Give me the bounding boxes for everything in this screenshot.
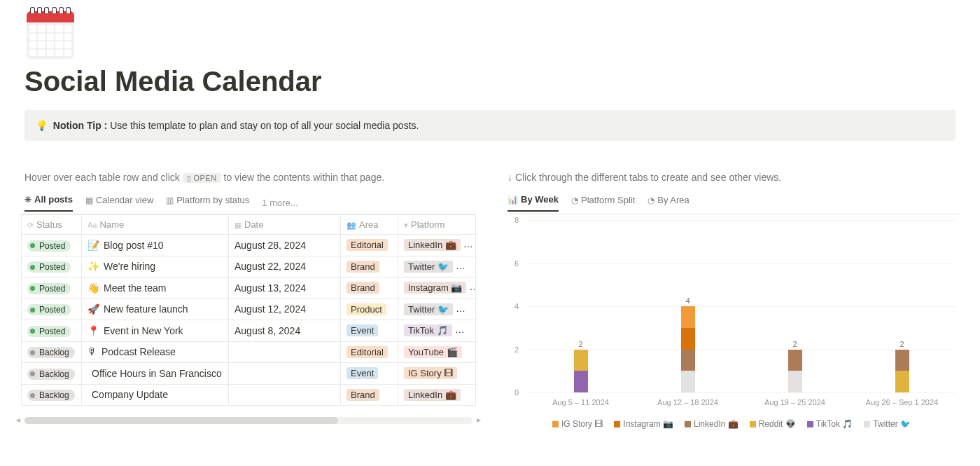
col-date[interactable]: ▦Date [229,215,341,235]
status-badge: Backlog [27,369,75,380]
callout-tip: 💡 Notion Tip : Use this template to plan… [24,110,955,141]
table-row[interactable]: Posted🚀New feature launchAugust 12, 2024… [22,299,476,320]
chart-legend: IG Story 🎞Instagram 📷LinkedIn 💼Reddit 👽T… [504,419,959,429]
chart-by-week: 02468 2422 Aug 5 – 11 2024Aug 12 – 18 20… [507,220,955,416]
callout-text: Use this template to plan and stay on to… [110,120,419,131]
tabs-more[interactable]: 1 more... [262,198,298,208]
bar-column: 4 [634,220,741,392]
horizontal-scrollbar[interactable]: ◂ ▸ [24,417,472,424]
col-area[interactable]: 👥Area [341,215,398,235]
helper-text-left: Hover over each table row and click OPEN… [24,172,476,183]
legend-item: Twitter 🐦 [864,419,911,429]
legend-item: IG Story 🎞 [552,419,603,429]
table-row[interactable]: Posted✨We're hiringAugust 22, 2024BrandT… [22,256,476,277]
status-badge: Posted [27,326,71,337]
status-badge: Backlog [27,347,75,358]
callout-prefix: Notion Tip : [53,120,108,131]
tab-platform-split[interactable]: ◔Platform Split [571,195,635,211]
tab-by-area[interactable]: ◔By Area [648,195,690,211]
status-badge: Posted [27,283,71,294]
legend-item: LinkedIn 💼 [685,419,738,429]
status-badge: Posted [27,304,71,315]
x-axis-label: Aug 26 – Sep 1 2024 [848,398,955,406]
status-badge: Posted [27,240,71,252]
table-row[interactable]: BacklogCompany UpdateBrandLinkedIn 💼 [22,384,476,406]
table-row[interactable]: Backlog🎙Podcast ReleaseEditorialYouTube … [22,341,476,363]
page-title: Social Media Calendar [24,66,959,97]
status-badge: Posted [27,261,71,273]
x-axis-label: Aug 12 – 18 2024 [634,398,741,406]
db-tabs-right: 📊By Week◔Platform Split◔By Area [504,191,959,214]
tab-by-week[interactable]: 📊By Week [507,194,559,212]
posts-table: ⟳Status AaName ▦Date 👥Area ▾Platform Pos… [21,214,476,406]
col-status[interactable]: ⟳Status [22,215,82,235]
x-axis-label: Aug 19 – 25 2024 [741,398,848,406]
table-row[interactable]: BacklogOffice Hours in San FranciscoEven… [22,363,476,385]
table-row[interactable]: Posted📝Blog post #10August 28, 2024Edito… [22,235,476,256]
scroll-left-icon[interactable]: ◂ [16,415,20,425]
lightbulb-icon: 💡 [36,120,48,131]
tab-calendar-view[interactable]: ▦Calendar view [85,195,153,211]
db-tabs-left: ✳All posts▦Calendar view▥Platform by sta… [21,191,476,214]
col-name[interactable]: AaName [82,215,229,235]
table-row[interactable]: Posted👋Meet the teamAugust 13, 2024Brand… [22,277,476,299]
bar-column: 2 [527,220,634,392]
legend-item: Instagram 📷 [614,419,673,429]
table-row[interactable]: Posted📍Event in New YorkAugust 8, 2024Ev… [22,320,476,342]
col-platform[interactable]: ▾Platform [398,215,476,235]
tab-all-posts[interactable]: ✳All posts [24,194,73,212]
status-badge: Backlog [27,390,75,401]
scroll-right-icon[interactable]: ▸ [477,415,481,425]
bar-column: 2 [741,220,848,392]
page-icon [24,7,76,59]
legend-item: TikTok 🎵 [807,419,853,429]
open-pill: OPEN [183,173,221,183]
legend-item: Reddit 👽 [750,419,796,429]
tab-platform-by-status[interactable]: ▥Platform by status [166,195,249,211]
x-axis-label: Aug 5 – 11 2024 [527,398,634,406]
bar-column: 2 [848,220,955,392]
helper-text-right: ↓ Click through the different tabs to cr… [507,172,959,183]
